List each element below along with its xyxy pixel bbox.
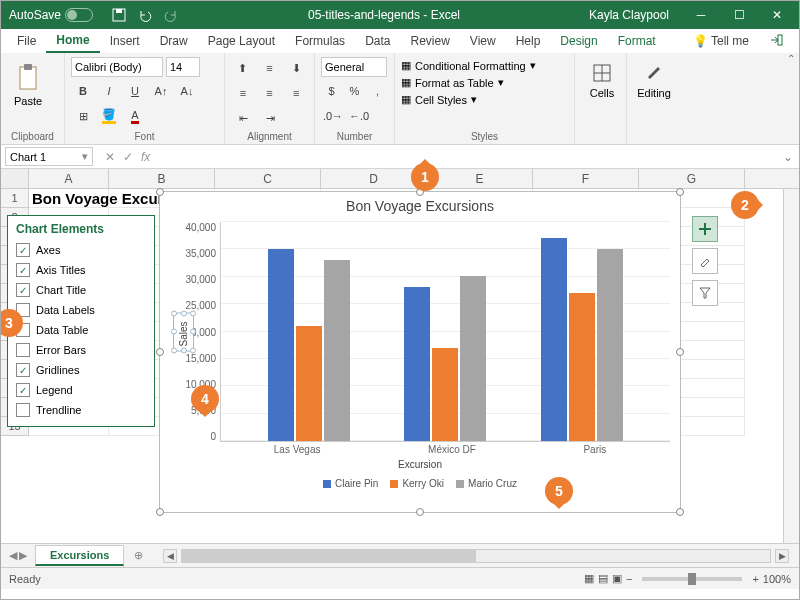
align-right-button[interactable]: ≡ — [284, 82, 308, 104]
chart-element-option[interactable]: ✓Gridlines — [16, 360, 146, 380]
decrease-font-button[interactable]: A↓ — [175, 80, 199, 102]
chart-plot-area[interactable] — [220, 222, 670, 442]
fx-icon[interactable]: fx — [141, 150, 150, 164]
bar[interactable] — [296, 326, 322, 442]
scroll-left-icon[interactable]: ◀ — [163, 549, 177, 563]
underline-button[interactable]: U — [123, 80, 147, 102]
zoom-slider[interactable] — [642, 577, 742, 581]
collapse-ribbon-button[interactable]: ⌃ — [787, 53, 795, 64]
resize-handle[interactable] — [676, 348, 684, 356]
user-name[interactable]: Kayla Claypool — [579, 8, 679, 22]
menu-file[interactable]: File — [7, 30, 46, 52]
menu-view[interactable]: View — [460, 30, 506, 52]
font-size-select[interactable]: 14 — [166, 57, 200, 77]
resize-handle[interactable] — [156, 348, 164, 356]
chart-object[interactable]: Bon Voyage Excursions Sales 40,00035,000… — [159, 191, 681, 513]
increase-indent-button[interactable]: ⇥ — [258, 107, 282, 129]
chart-element-option[interactable]: Error Bars — [16, 340, 146, 360]
menu-review[interactable]: Review — [400, 30, 459, 52]
toggle-icon[interactable] — [65, 8, 93, 22]
legend-item[interactable]: Kerry Oki — [390, 478, 444, 489]
autosave-toggle[interactable]: AutoSave — [1, 8, 101, 22]
menu-page-layout[interactable]: Page Layout — [198, 30, 285, 52]
tab-next-icon[interactable]: ▶ — [19, 549, 27, 562]
confirm-formula-icon[interactable]: ✓ — [123, 150, 133, 164]
bar[interactable] — [597, 249, 623, 442]
cell-styles-button[interactable]: ▦ Cell Styles ▾ — [401, 91, 568, 108]
vertical-scrollbar[interactable] — [783, 189, 799, 543]
fill-color-button[interactable]: 🪣 — [97, 105, 121, 127]
menu-formulas[interactable]: Formulas — [285, 30, 355, 52]
menu-home[interactable]: Home — [46, 29, 99, 53]
legend-item[interactable]: Claire Pin — [323, 478, 378, 489]
column-header[interactable]: B — [109, 169, 215, 188]
chart-element-option[interactable]: ✓Axis Titles — [16, 260, 146, 280]
italic-button[interactable]: I — [97, 80, 121, 102]
increase-decimal-button[interactable]: .0→ — [321, 105, 345, 127]
redo-icon[interactable] — [163, 7, 179, 23]
resize-handle[interactable] — [676, 508, 684, 516]
align-bottom-button[interactable]: ⬇ — [284, 57, 308, 79]
currency-button[interactable]: $ — [321, 80, 342, 102]
paste-button[interactable]: Paste — [7, 57, 49, 113]
y-axis-title[interactable]: Sales — [173, 312, 194, 351]
cancel-formula-icon[interactable]: ✕ — [105, 150, 115, 164]
tab-prev-icon[interactable]: ◀ — [9, 549, 17, 562]
column-header[interactable]: F — [533, 169, 639, 188]
number-format-select[interactable]: General — [321, 57, 387, 77]
align-left-button[interactable]: ≡ — [231, 82, 255, 104]
cell[interactable]: Bon Voyage Excursions — [29, 189, 109, 208]
checkbox-icon[interactable]: ✓ — [16, 243, 30, 257]
select-all-corner[interactable] — [1, 169, 29, 188]
bar[interactable] — [460, 276, 486, 441]
menu-data[interactable]: Data — [355, 30, 400, 52]
bar[interactable] — [569, 293, 595, 442]
align-middle-button[interactable]: ≡ — [258, 57, 282, 79]
x-axis-title[interactable]: Excursion — [160, 455, 680, 470]
chart-element-option[interactable]: Data Table — [16, 320, 146, 340]
column-header[interactable]: A — [29, 169, 109, 188]
save-icon[interactable] — [111, 7, 127, 23]
checkbox-icon[interactable] — [16, 343, 30, 357]
chart-styles-button[interactable] — [692, 248, 718, 274]
zoom-level[interactable]: 100% — [763, 573, 791, 585]
chart-elements-button[interactable] — [692, 216, 718, 242]
font-color-button[interactable]: A — [123, 105, 147, 127]
checkbox-icon[interactable]: ✓ — [16, 283, 30, 297]
menu-design[interactable]: Design — [550, 30, 607, 52]
increase-font-button[interactable]: A↑ — [149, 80, 173, 102]
percent-button[interactable]: % — [344, 80, 365, 102]
bar[interactable] — [404, 287, 430, 441]
chart-element-option[interactable]: ✓Chart Title — [16, 280, 146, 300]
comma-button[interactable]: , — [367, 80, 388, 102]
page-break-view-icon[interactable]: ▣ — [612, 572, 622, 585]
row-header[interactable]: 1 — [1, 189, 29, 208]
align-center-button[interactable]: ≡ — [258, 82, 282, 104]
bar[interactable] — [541, 238, 567, 442]
column-header[interactable]: C — [215, 169, 321, 188]
align-top-button[interactable]: ⬆ — [231, 57, 255, 79]
scroll-right-icon[interactable]: ▶ — [775, 549, 789, 563]
close-button[interactable]: ✕ — [759, 1, 795, 29]
checkbox-icon[interactable] — [16, 403, 30, 417]
bar[interactable] — [324, 260, 350, 442]
decrease-indent-button[interactable]: ⇤ — [231, 107, 255, 129]
column-header[interactable]: G — [639, 169, 745, 188]
share-button[interactable] — [759, 29, 793, 54]
column-header[interactable]: E — [427, 169, 533, 188]
resize-handle[interactable] — [156, 508, 164, 516]
chart-element-option[interactable]: Data Labels — [16, 300, 146, 320]
name-box[interactable]: Chart 1▾ — [5, 147, 93, 166]
conditional-formatting-button[interactable]: ▦ Conditional Formatting ▾ — [401, 57, 568, 74]
checkbox-icon[interactable]: ✓ — [16, 383, 30, 397]
chart-element-option[interactable]: Trendline — [16, 400, 146, 420]
format-as-table-button[interactable]: ▦ Format as Table ▾ — [401, 74, 568, 91]
decrease-decimal-button[interactable]: ←.0 — [347, 105, 371, 127]
editing-button[interactable]: Editing — [633, 57, 675, 105]
font-name-select[interactable]: Calibri (Body) — [71, 57, 163, 77]
menu-insert[interactable]: Insert — [100, 30, 150, 52]
checkbox-icon[interactable]: ✓ — [16, 263, 30, 277]
resize-handle[interactable] — [416, 508, 424, 516]
sheet-tab-excursions[interactable]: Excursions — [35, 545, 124, 566]
menu-format[interactable]: Format — [608, 30, 666, 52]
